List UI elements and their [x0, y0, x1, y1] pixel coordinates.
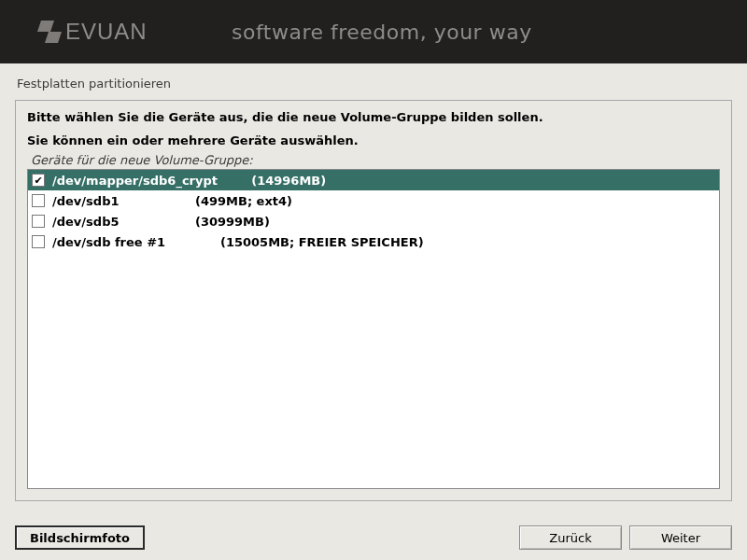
page-title: Festplatten partitionieren [0, 63, 747, 100]
device-list[interactable]: ✔/dev/mapper/sdb6_crypt (14996MB)/dev/sd… [27, 169, 720, 489]
device-row[interactable]: /dev/sdb free #1 (15005MB; FREIER SPEICH… [28, 231, 719, 252]
device-row[interactable]: ✔/dev/mapper/sdb6_crypt (14996MB) [28, 170, 719, 190]
device-list-label: Geräte für die neue Volume-Gruppe: [31, 153, 720, 167]
main-panel: Bitte wählen Sie die Geräte aus, die die… [15, 100, 732, 501]
screenshot-button[interactable]: Bildschirmfoto [15, 525, 145, 550]
device-label: /dev/mapper/sdb6_crypt (14996MB) [52, 174, 326, 188]
footer-bar: Bildschirmfoto Zurück Weiter [0, 515, 747, 560]
device-label: /dev/sdb free #1 (15005MB; FREIER SPEICH… [52, 235, 424, 249]
svg-text:EVUAN: EVUAN [65, 19, 148, 44]
device-label: /dev/sdb1 (499MB; ext4) [52, 194, 292, 208]
checkbox-icon[interactable] [32, 215, 45, 228]
device-row[interactable]: /dev/sdb5 (30999MB) [28, 211, 719, 231]
instruction-text: Bitte wählen Sie die Geräte aus, die die… [27, 110, 720, 124]
back-button[interactable]: Zurück [519, 525, 622, 550]
subinstruction-text: Sie können ein oder mehrere Geräte auswä… [27, 133, 720, 147]
checkbox-icon[interactable] [32, 194, 45, 207]
device-row[interactable]: /dev/sdb1 (499MB; ext4) [28, 190, 719, 211]
devuan-logo: EVUAN [37, 15, 196, 49]
checkbox-icon[interactable]: ✔ [32, 174, 45, 187]
continue-button[interactable]: Weiter [629, 525, 732, 550]
header-tagline: software freedom, your way [232, 21, 532, 44]
checkbox-icon[interactable] [32, 235, 45, 248]
header-bar: EVUAN software freedom, your way [0, 0, 747, 63]
device-label: /dev/sdb5 (30999MB) [52, 215, 270, 229]
